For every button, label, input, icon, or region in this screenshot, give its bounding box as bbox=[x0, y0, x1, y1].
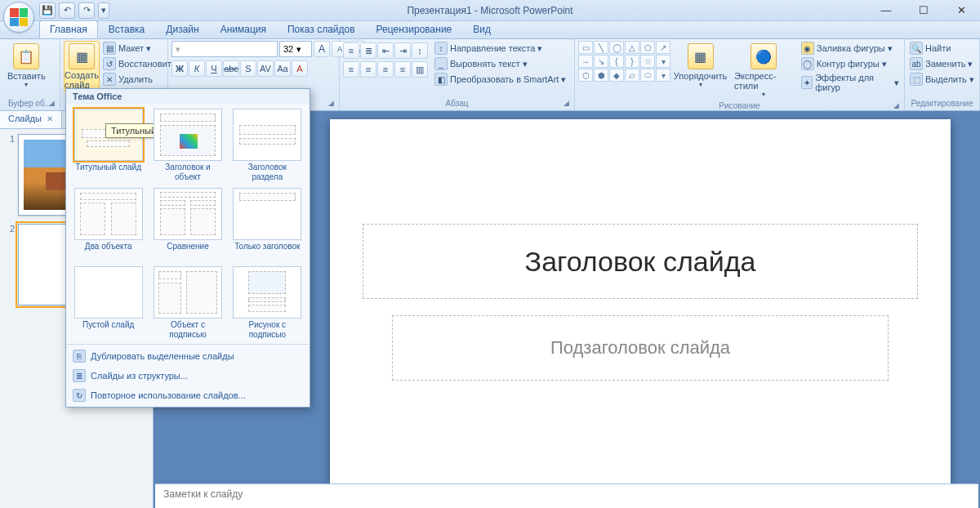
title-bar: 💾 ↶ ↷ ▾ Презентация1 - Microsoft PowerPo… bbox=[0, 0, 980, 21]
layout-title-slide[interactable]: Титульный слайд Титульный слайд bbox=[71, 107, 145, 183]
select-icon: ⬚ bbox=[910, 73, 923, 86]
tab-home[interactable]: Главная bbox=[39, 20, 98, 38]
quick-access-toolbar: 💾 ↶ ↷ ▾ bbox=[39, 0, 109, 20]
convert-smartart-button[interactable]: ◧Преобразовать в SmartArt ▾ bbox=[433, 72, 568, 87]
quick-styles-button[interactable]: 🔵 Экспресс-стили▾ bbox=[730, 41, 798, 100]
duplicate-slides-item[interactable]: ⎘Дублировать выделенные слайды bbox=[66, 346, 310, 366]
launcher-icon[interactable]: ◢ bbox=[49, 99, 55, 107]
group-clipboard-label: Буфер об...◢ bbox=[3, 98, 56, 109]
duplicate-icon: ⎘ bbox=[73, 350, 86, 363]
arrange-button[interactable]: ▦ Упорядочить▾ bbox=[672, 41, 728, 91]
spacing-button[interactable]: AV bbox=[257, 60, 274, 77]
effects-icon: ✦ bbox=[801, 76, 813, 89]
layout-title-content[interactable]: Заголовок и объект bbox=[150, 107, 225, 183]
strike-button[interactable]: abc bbox=[223, 60, 239, 77]
smartart-icon: ◧ bbox=[434, 73, 448, 86]
window-title: Презентация1 - Microsoft PowerPoint bbox=[407, 5, 572, 16]
bold-button[interactable]: Ж bbox=[172, 60, 188, 77]
title-placeholder[interactable]: Заголовок слайда bbox=[363, 224, 918, 299]
text-direction-icon: ↕ bbox=[434, 42, 448, 55]
shadow-button[interactable]: S bbox=[240, 60, 256, 77]
reset-button[interactable]: ↺Восстановить bbox=[101, 56, 177, 71]
launcher-icon[interactable]: ◢ bbox=[893, 101, 899, 109]
indent-decrease-button[interactable]: ⇤ bbox=[377, 42, 394, 59]
find-icon: 🔍 bbox=[910, 42, 923, 55]
qat-undo[interactable]: ↶ bbox=[59, 2, 75, 19]
slides-from-outline-item[interactable]: ≣Слайды из структуры... bbox=[66, 366, 310, 385]
align-text-button[interactable]: ⎯Выровнять текст ▾ bbox=[433, 56, 568, 71]
notes-pane[interactable]: Заметки к слайду bbox=[155, 483, 978, 508]
close-button[interactable]: ✕ bbox=[942, 0, 980, 20]
layout-picture-caption[interactable]: Рисунок с подписью bbox=[230, 265, 305, 341]
outline-icon: ◯ bbox=[801, 57, 814, 70]
reuse-icon: ↻ bbox=[73, 389, 86, 402]
indent-increase-button[interactable]: ⇥ bbox=[394, 42, 411, 59]
shapes-gallery[interactable]: ▭╲◯△⬠↗ →↘{}☆▾ ⬡⬢◆▱⬭▾ bbox=[578, 41, 670, 82]
delete-button[interactable]: ✕Удалить bbox=[101, 72, 177, 87]
bullets-button[interactable]: ≡ bbox=[343, 42, 359, 59]
changecase-button[interactable]: Aa bbox=[274, 60, 291, 77]
grow-font-button[interactable]: A bbox=[314, 41, 330, 57]
numbering-button[interactable]: ≣ bbox=[360, 42, 376, 59]
layout-blank[interactable]: Пустой слайд bbox=[71, 265, 145, 341]
line-spacing-button[interactable]: ↕ bbox=[412, 42, 428, 59]
tab-review[interactable]: Рецензирование bbox=[366, 20, 463, 38]
qat-redo[interactable]: ↷ bbox=[78, 2, 95, 19]
subtitle-placeholder[interactable]: Подзаголовок слайда bbox=[392, 315, 889, 381]
shape-effects-button[interactable]: ✦Эффекты для фигур ▾ bbox=[800, 72, 901, 93]
align-center-button[interactable]: ≡ bbox=[360, 61, 376, 78]
thumb-number: 2 bbox=[5, 224, 15, 305]
shape-fill-button[interactable]: ◉Заливка фигуры ▾ bbox=[800, 41, 901, 56]
close-icon[interactable]: ✕ bbox=[47, 114, 53, 123]
align-left-button[interactable]: ≡ bbox=[343, 61, 359, 78]
minimize-button[interactable]: — bbox=[867, 0, 905, 20]
tab-animation[interactable]: Анимация bbox=[210, 20, 277, 38]
layout-section-header[interactable]: Заголовок раздела bbox=[230, 107, 305, 183]
font-size-select[interactable]: 32 ▾ bbox=[279, 41, 312, 57]
layout-comparison[interactable]: Сравнение bbox=[150, 186, 225, 261]
shape-outline-button[interactable]: ◯Контур фигуры ▾ bbox=[800, 56, 901, 71]
group-editing-label: Редактирование bbox=[908, 98, 976, 109]
layout-content-caption[interactable]: Объект с подписью bbox=[150, 265, 225, 341]
align-text-icon: ⎯ bbox=[434, 57, 448, 70]
new-slide-label: Создать слайд bbox=[65, 71, 99, 90]
new-slide-button[interactable]: ▦ Создать слайд bbox=[64, 41, 100, 92]
ribbon-tabs: Главная Вставка Дизайн Анимация Показ сл… bbox=[0, 21, 980, 39]
layout-button[interactable]: ▤Макет ▾ bbox=[101, 41, 177, 56]
reuse-slides-item[interactable]: ↻Повторное использование слайдов... bbox=[66, 385, 310, 405]
find-button[interactable]: 🔍Найти bbox=[908, 41, 976, 56]
align-right-button[interactable]: ≡ bbox=[377, 61, 394, 78]
chevron-down-icon: ▾ bbox=[24, 81, 28, 88]
styles-icon: 🔵 bbox=[751, 43, 777, 69]
tab-slideshow[interactable]: Показ слайдов bbox=[277, 20, 366, 38]
font-color-button[interactable]: A bbox=[292, 60, 308, 77]
arrange-icon: ▦ bbox=[688, 43, 714, 69]
slides-tab[interactable]: Слайды✕ bbox=[0, 111, 62, 128]
outline-icon: ≣ bbox=[73, 369, 86, 382]
justify-button[interactable]: ≡ bbox=[394, 61, 411, 78]
tab-design[interactable]: Дизайн bbox=[155, 20, 209, 38]
qat-customize[interactable]: ▾ bbox=[98, 2, 109, 19]
italic-button[interactable]: К bbox=[189, 60, 205, 77]
select-button[interactable]: ⬚Выделить ▾ bbox=[908, 72, 976, 87]
text-direction-button[interactable]: ↕Направление текста ▾ bbox=[433, 41, 568, 56]
launcher-icon[interactable]: ◢ bbox=[564, 99, 569, 107]
paste-button[interactable]: 📋 Вставить ▾ bbox=[3, 41, 50, 91]
fill-icon: ◉ bbox=[801, 42, 814, 55]
launcher-icon[interactable]: ◢ bbox=[328, 99, 334, 107]
maximize-button[interactable]: ☐ bbox=[905, 0, 942, 20]
underline-button[interactable]: Ч bbox=[206, 60, 222, 77]
qat-save[interactable]: 💾 bbox=[39, 2, 56, 19]
columns-button[interactable]: ▥ bbox=[412, 61, 428, 78]
paste-icon: 📋 bbox=[13, 43, 39, 69]
layout-two-content[interactable]: Два объекта bbox=[71, 186, 145, 261]
font-family-select[interactable]: ▾ bbox=[172, 41, 278, 57]
office-button[interactable] bbox=[3, 2, 34, 33]
layout-title-only[interactable]: Только заголовок bbox=[230, 186, 305, 261]
tab-view[interactable]: Вид bbox=[462, 20, 501, 38]
thumb-number: 1 bbox=[5, 134, 15, 216]
tab-insert[interactable]: Вставка bbox=[98, 20, 156, 38]
replace-button[interactable]: abЗаменить ▾ bbox=[908, 56, 976, 71]
delete-icon: ✕ bbox=[103, 73, 116, 86]
slide-canvas[interactable]: Заголовок слайда Подзаголовок слайда bbox=[330, 119, 951, 508]
